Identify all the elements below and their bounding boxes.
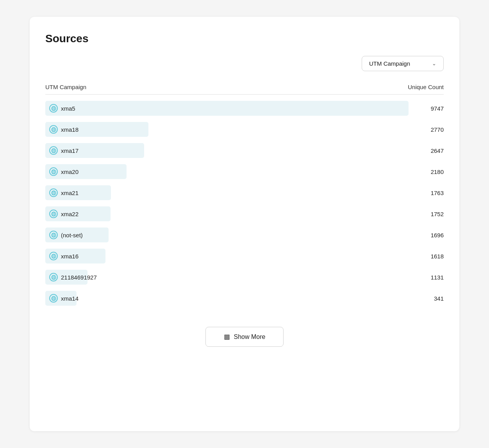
globe-icon (49, 125, 58, 134)
sources-card: Sources UTM Campaign ⌄ UTM Campaign Uniq… (30, 17, 459, 431)
dropdown-row: UTM Campaign ⌄ (45, 56, 444, 71)
bar: xma20 (45, 164, 127, 179)
globe-icon (49, 231, 58, 239)
globe-icon (49, 273, 58, 281)
bar-container: xma5 (45, 101, 409, 116)
row-count: 2770 (416, 126, 444, 133)
row-left: 21184691927 (45, 270, 409, 285)
row-label: xma18 (61, 126, 79, 133)
row-count: 2180 (416, 168, 444, 175)
bar-container: 21184691927 (45, 270, 409, 285)
utm-campaign-dropdown[interactable]: UTM Campaign ⌄ (362, 56, 444, 71)
row-left: (not-set) (45, 228, 409, 242)
row-count: 1752 (416, 211, 444, 217)
table-row: xma14 341 (45, 289, 444, 308)
row-count: 1763 (416, 190, 444, 196)
row-left: xma21 (45, 185, 409, 200)
row-label: 21184691927 (61, 274, 97, 281)
row-left: xma5 (45, 101, 409, 116)
bar-container: xma22 (45, 206, 409, 221)
bar: xma17 (45, 143, 144, 158)
row-count: 9747 (416, 105, 444, 112)
row-left: xma22 (45, 206, 409, 221)
bar-container: xma14 (45, 291, 409, 306)
bar-container: xma20 (45, 164, 409, 179)
row-count: 1618 (416, 253, 444, 260)
bar-container: xma21 (45, 185, 409, 200)
table-row: xma18 2770 (45, 120, 444, 139)
globe-icon (49, 210, 58, 218)
bar: xma18 (45, 122, 148, 137)
globe-icon (49, 146, 58, 155)
table-row: xma20 2180 (45, 162, 444, 181)
globe-icon (49, 104, 58, 113)
row-label: xma22 (61, 211, 79, 217)
row-label: (not-set) (61, 232, 83, 238)
monitor-icon: ▩ (224, 333, 230, 341)
row-left: xma17 (45, 143, 409, 158)
bar-container: (not-set) (45, 228, 409, 242)
bar: 21184691927 (45, 270, 87, 285)
show-more-label: Show More (234, 333, 266, 340)
col1-header: UTM Campaign (45, 84, 86, 90)
row-label: xma17 (61, 147, 79, 154)
data-rows: xma5 9747 (45, 99, 444, 308)
bar: xma22 (45, 206, 111, 221)
row-count: 1696 (416, 232, 444, 238)
bar: xma21 (45, 185, 111, 200)
bar: xma16 (45, 249, 105, 263)
row-left: xma16 (45, 249, 409, 263)
table-row: xma22 1752 (45, 204, 444, 224)
bar-container: xma18 (45, 122, 409, 137)
row-left: xma18 (45, 122, 409, 137)
table-row: 21184691927 1131 (45, 267, 444, 287)
globe-icon (49, 167, 58, 176)
row-label: xma16 (61, 253, 79, 260)
table-row: xma5 9747 (45, 99, 444, 118)
row-label: xma5 (61, 105, 75, 112)
row-count: 341 (416, 295, 444, 302)
row-label: xma20 (61, 168, 79, 175)
table-header: UTM Campaign Unique Count (45, 84, 444, 95)
row-label: xma21 (61, 190, 79, 196)
bar: xma5 (45, 101, 409, 116)
row-count: 1131 (416, 274, 444, 281)
table-row: xma16 1618 (45, 246, 444, 266)
chevron-down-icon: ⌄ (432, 61, 436, 66)
globe-icon (49, 294, 58, 303)
row-left: xma20 (45, 164, 409, 179)
globe-icon (49, 252, 58, 260)
table-row: xma17 2647 (45, 141, 444, 160)
bar-container: xma17 (45, 143, 409, 158)
row-left: xma14 (45, 291, 409, 306)
dropdown-label: UTM Campaign (369, 60, 410, 67)
row-label: xma14 (61, 295, 79, 302)
bar-container: xma16 (45, 249, 409, 263)
globe-icon (49, 188, 58, 197)
table-row: xma21 1763 (45, 183, 444, 202)
bar: xma14 (45, 291, 77, 306)
show-more-button[interactable]: ▩ Show More (205, 327, 284, 347)
page-title: Sources (45, 32, 444, 45)
col2-header: Unique Count (408, 84, 444, 90)
bar: (not-set) (45, 228, 109, 242)
table-row: (not-set) 1696 (45, 225, 444, 245)
row-count: 2647 (416, 147, 444, 154)
